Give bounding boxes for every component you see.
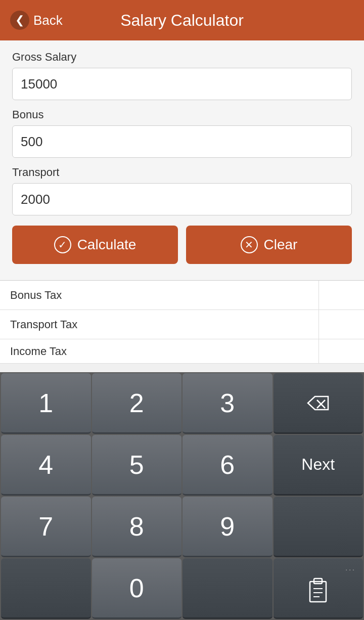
transport-tax-label: Transport Tax [0, 318, 318, 331]
key-2[interactable]: 2 [92, 373, 182, 434]
gross-salary-input[interactable] [12, 68, 352, 100]
key-empty-3 [183, 558, 272, 619]
key-0[interactable]: 0 [92, 558, 182, 619]
clear-label: Clear [264, 237, 298, 253]
key-backspace[interactable] [274, 373, 363, 434]
svg-rect-2 [310, 582, 326, 602]
back-label: Back [33, 13, 63, 28]
key-4[interactable]: 4 [1, 435, 91, 496]
bonus-input[interactable] [12, 125, 352, 158]
keyboard-row-2: 4 5 6 Next [0, 434, 364, 496]
key-5[interactable]: 5 [92, 435, 182, 496]
key-empty-2 [1, 558, 91, 619]
transport-input[interactable] [12, 183, 352, 215]
key-8[interactable]: 8 [92, 497, 182, 557]
keyboard-row-4: 0 ··· [0, 557, 364, 620]
clear-button[interactable]: ✕ Clear [186, 226, 352, 264]
transport-label: Transport [12, 166, 352, 179]
bonus-tax-label: Bonus Tax [0, 289, 318, 302]
app-header: ❮ Back Salary Calculator [0, 0, 364, 40]
calculate-label: Calculate [77, 237, 136, 253]
key-clipboard[interactable]: ··· [274, 558, 363, 619]
page-title: Salary Calculator [120, 11, 244, 30]
key-3[interactable]: 3 [183, 373, 272, 434]
key-next[interactable]: Next [274, 435, 363, 496]
action-buttons: ✓ Calculate ✕ Clear [12, 226, 352, 264]
key-empty-1 [274, 497, 363, 557]
bonus-label: Bonus [12, 108, 352, 121]
clear-x-icon: ✕ [241, 236, 258, 253]
keyboard-row-3: 7 8 9 [0, 496, 364, 557]
key-7[interactable]: 7 [1, 497, 91, 557]
numeric-keyboard: 1 2 3 4 5 6 Next 7 8 9 [0, 372, 364, 620]
calculate-check-icon: ✓ [54, 236, 71, 253]
income-tax-row: Income Tax [0, 339, 364, 364]
transport-tax-row: Transport Tax [0, 310, 364, 339]
key-dots: ··· [345, 562, 360, 573]
bonus-tax-value [318, 281, 364, 309]
income-tax-value [318, 339, 364, 363]
key-1[interactable]: 1 [1, 373, 91, 434]
results-area: Bonus Tax Transport Tax Income Tax [0, 280, 364, 364]
calculate-button[interactable]: ✓ Calculate [12, 226, 178, 264]
back-chevron-icon: ❮ [10, 11, 29, 30]
bonus-tax-row: Bonus Tax [0, 281, 364, 310]
income-tax-label: Income Tax [0, 345, 318, 358]
transport-tax-value [318, 310, 364, 339]
form-area: Gross Salary Bonus Transport ✓ Calculate… [0, 40, 364, 280]
keyboard-row-1: 1 2 3 [0, 372, 364, 434]
back-button[interactable]: ❮ Back [10, 11, 63, 30]
results-table: Bonus Tax Transport Tax Income Tax [0, 280, 364, 364]
key-6[interactable]: 6 [183, 435, 272, 496]
gross-salary-label: Gross Salary [12, 51, 352, 64]
key-9[interactable]: 9 [183, 497, 272, 557]
